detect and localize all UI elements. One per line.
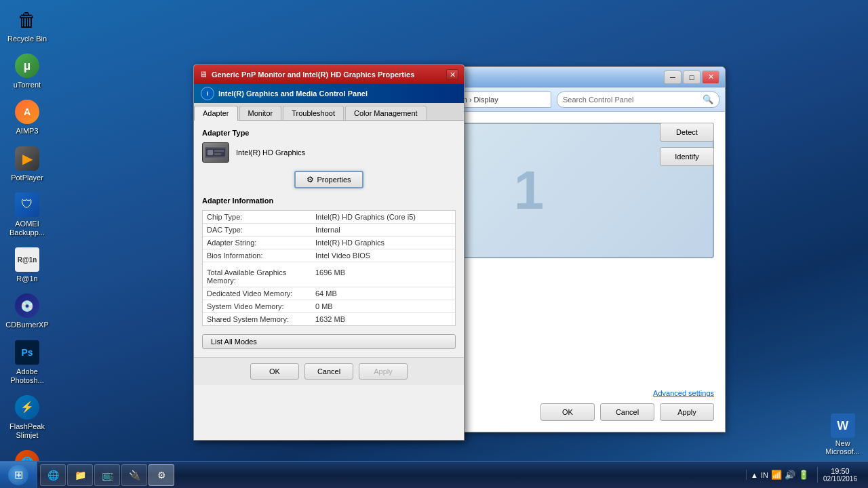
search-placeholder: Search Control Panel — [563, 96, 634, 104]
desktop: 🗑 Recycle Bin µ uTorrent A AIMP3 ▶ PotPl… — [0, 0, 868, 488]
icon-cdburnerxp[interactable]: 💿 CDBurnerXP — [3, 289, 51, 332]
apply-button-dialog[interactable]: Apply — [359, 363, 408, 380]
intel-header: i Intel(R) Graphics and Media Control Pa… — [194, 84, 464, 103]
flashpeak-icon: ⚡ — [14, 394, 41, 421]
maximize-button-bg[interactable]: □ — [683, 70, 701, 84]
icon-utorrent[interactable]: µ uTorrent — [3, 49, 51, 92]
adapter-type-section-title: Adapter Type — [202, 129, 456, 137]
properties-icon: ⚙ — [307, 175, 314, 184]
word-label: NewMicrosof... — [825, 439, 860, 455]
dialog-close-button[interactable]: ✕ — [446, 69, 458, 80]
aimp3-label: AIMP3 — [16, 127, 38, 136]
potplayer-label: PotPlayer — [11, 174, 43, 182]
dialog-tabs: Adapter Monitor Troubleshoot Color Manag… — [194, 103, 464, 121]
tab-monitor[interactable]: Monitor — [239, 106, 282, 120]
icon-adobe-photoshop[interactable]: Ps Adobe Photosh... — [3, 336, 51, 388]
minimize-button-bg[interactable]: ─ — [664, 70, 682, 84]
adapter-string-label: Adapter String: — [207, 239, 315, 247]
properties-button[interactable]: ⚙ Properties — [294, 171, 363, 188]
taskbar-item-media[interactable]: 📺 — [94, 464, 120, 486]
dialog-titlebar: 🖥 Generic PnP Monitor and Intel(R) HD Gr… — [194, 65, 464, 84]
control-panel-icon: ⚙ — [155, 468, 168, 482]
info-row-adapter-string: Adapter String: Intel(R) HD Graphics — [203, 237, 455, 249]
list-modes-button[interactable]: List All Modes — [202, 334, 456, 349]
info-row-system-mem: System Video Memory: 0 MB — [203, 300, 455, 313]
info-row-shared-mem: Shared System Memory: 1632 MB — [203, 313, 455, 325]
taskbar: ⊞ 🌐 📁 📺 🔌 ⚙ ▲ IN 📶 🔊 — [0, 461, 868, 488]
adapter-string-value: Intel(R) HD Graphics — [315, 239, 384, 247]
info-row-bios: Bios Information: Intel Video BIOS — [203, 249, 455, 262]
tab-troubleshoot[interactable]: Troubleshoot — [283, 106, 344, 120]
icon-r01n[interactable]: R@1n R@1n — [3, 243, 51, 286]
icon-potplayer[interactable]: ▶ PotPlayer — [3, 142, 51, 185]
recycle-bin-label: Recycle Bin — [7, 35, 47, 43]
dac-value: Internal — [315, 226, 340, 234]
identify-button[interactable]: Identify — [660, 147, 714, 166]
svg-rect-3 — [214, 150, 224, 152]
taskbar-item-ie[interactable]: 🌐 — [40, 464, 66, 486]
intel-logo: i — [201, 87, 214, 100]
info-row-dac: DAC Type: Internal — [203, 224, 455, 237]
icon-recycle-bin[interactable]: 🗑 Recycle Bin — [3, 3, 51, 46]
utorrent-icon: µ — [14, 52, 41, 79]
icon-aimp3[interactable]: A AIMP3 — [3, 96, 51, 138]
shared-mem-value: 1632 MB — [315, 315, 345, 323]
icon-flashpeak[interactable]: ⚡ FlashPeak Slimjet — [3, 391, 51, 443]
properties-btn-label: Properties — [317, 176, 351, 184]
cdburnerxp-label: CDBurnerXP — [5, 321, 49, 329]
ok-button-cp[interactable]: OK — [540, 403, 595, 421]
tray-arrow[interactable]: ▲ — [751, 471, 758, 479]
svg-rect-4 — [214, 153, 221, 155]
dialog-body: Adapter Type Intel(R) HD Graphics ⚙ — [194, 121, 464, 357]
total-mem-value: 1696 MB — [315, 268, 345, 285]
close-button-bg[interactable]: ✕ — [702, 70, 719, 84]
info-row-chip: Chip Type: Intel(R) HD Graphics (Core i5… — [203, 211, 455, 224]
monitor-number: 1 — [514, 159, 545, 222]
r01n-label: R@1n — [16, 274, 37, 283]
cancel-button-dialog[interactable]: Cancel — [304, 363, 353, 380]
apply-button-cp[interactable]: Apply — [660, 403, 714, 421]
clock[interactable]: 19:50 02/10/2016 — [817, 467, 863, 483]
tab-color-management[interactable]: Color Management — [345, 106, 427, 120]
photoshop-label: Adobe Photosh... — [6, 367, 48, 385]
adapter-info-section-title: Adapter Information — [202, 197, 456, 205]
ok-button-dialog[interactable]: OK — [250, 363, 299, 380]
dedicated-mem-label: Dedicated Video Memory: — [207, 289, 315, 298]
network-tray-icon: 📶 — [771, 470, 782, 480]
taskbar-right: ▲ IN 📶 🔊 🔋 19:50 02/10/2016 — [741, 467, 868, 483]
search-icon[interactable]: 🔍 — [703, 94, 713, 104]
advanced-settings-link[interactable]: Advanced settings — [653, 389, 714, 397]
adapter-name: Intel(R) HD Graphics — [236, 148, 305, 157]
properties-dialog: 🖥 Generic PnP Monitor and Intel(R) HD Gr… — [193, 64, 465, 441]
media-icon: 📺 — [100, 468, 114, 482]
adapter-icon — [202, 142, 229, 163]
taskbar-item-explorer[interactable]: 📁 — [67, 464, 93, 486]
cdburnerxp-icon: 💿 — [14, 292, 41, 319]
detect-button[interactable]: Detect — [660, 123, 714, 142]
icon-new-word-doc[interactable]: W NewMicrosof... — [825, 413, 860, 455]
taskbar-item-control[interactable]: ⚙ — [149, 464, 174, 486]
ie-icon: 🌐 — [46, 468, 60, 482]
dedicated-mem-value: 64 MB — [315, 289, 337, 298]
cancel-button-cp[interactable]: Cancel — [600, 403, 654, 421]
info-row-dedicated-mem: Dedicated Video Memory: 64 MB — [203, 287, 455, 300]
flashpeak-label: FlashPeak Slimjet — [6, 422, 48, 440]
lang-indicator: IN — [761, 471, 768, 479]
word-icon: W — [831, 413, 855, 438]
tab-adapter[interactable]: Adapter — [194, 106, 238, 121]
dialog-title-icon: 🖥 — [199, 70, 208, 79]
clock-time: 19:50 — [831, 467, 850, 475]
aimp3-icon: A — [14, 98, 41, 125]
volume-tray-icon[interactable]: 🔊 — [785, 470, 795, 480]
properties-btn-row: ⚙ Properties — [202, 171, 456, 188]
taskbar-item-network[interactable]: 🔌 — [121, 464, 147, 486]
start-button[interactable]: ⊞ — [0, 462, 37, 488]
info-row-total-mem: Total Available Graphics Memory: 1696 MB — [203, 266, 455, 287]
window-controls-bg: ─ □ ✕ — [664, 70, 719, 84]
icon-aomei[interactable]: 🛡 AOMEI Backupp... — [3, 188, 51, 240]
system-tray: ▲ IN 📶 🔊 🔋 — [746, 470, 813, 480]
desktop-icons: 🗑 Recycle Bin µ uTorrent A AIMP3 ▶ PotPl… — [0, 0, 88, 488]
recycle-bin-icon: 🗑 — [14, 6, 41, 33]
total-mem-label: Total Available Graphics Memory: — [207, 268, 315, 285]
network-icon: 🔌 — [127, 468, 141, 482]
